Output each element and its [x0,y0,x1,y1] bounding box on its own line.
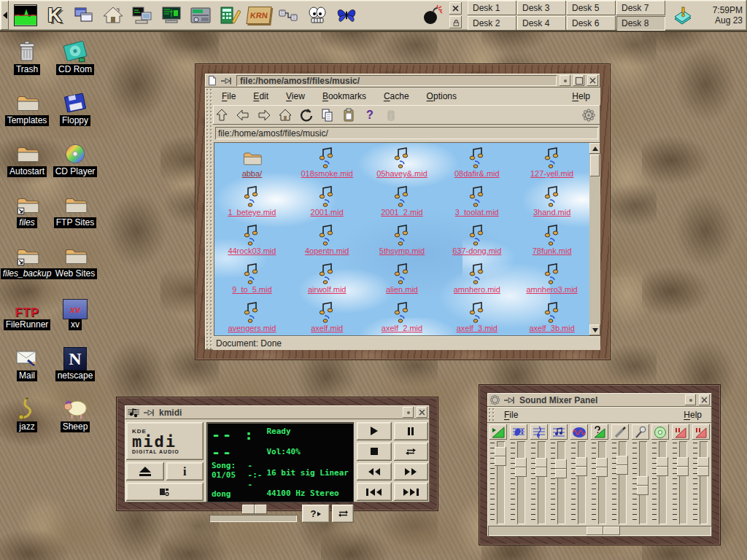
bass-slider[interactable] [510,441,527,524]
line-slider-handle[interactable] [616,456,628,475]
bass-channel-icon[interactable] [510,424,527,440]
desktop-icon-netscape[interactable]: Nnetscape [51,343,99,394]
file-item[interactable]: 4opentn.mid [290,223,365,262]
bass-slider-handle[interactable] [515,458,527,477]
sticky-pin-icon[interactable] [143,409,156,416]
desktop-icon-files[interactable]: files [3,190,51,241]
synth-slider[interactable] [550,441,568,524]
file-item[interactable]: 08dafir&.mid [439,146,514,184]
minimize-button[interactable] [403,407,414,418]
mixer-titlebar[interactable]: Sound Mixer Panel [487,393,712,407]
menu-help[interactable]: Help [572,91,590,101]
master-volume-slider[interactable] [489,441,507,524]
pager-desk-6[interactable]: Desk 6 [567,16,616,31]
channel-view-button[interactable] [332,505,354,523]
pcm-wave-channel-icon[interactable] [570,424,588,440]
krn-news-icon[interactable]: KRN [247,3,271,28]
menu-bookmarks[interactable]: Bookmarks [322,91,366,101]
file-item[interactable]: abba/ [214,146,290,184]
scrollbar-thumb[interactable] [590,155,600,176]
file-item[interactable]: axelf_3.mid [439,300,514,335]
desktop-icon-cd-player[interactable]: CD Player [51,139,99,190]
maximize-button[interactable] [573,75,584,86]
file-item[interactable]: amnhero.mid [439,262,514,300]
pager-desk-5[interactable]: Desk 5 [567,1,616,15]
kfm-titlebar[interactable]: file:/home/amosf/files/music/ [205,74,600,88]
menubar-grip[interactable] [488,408,495,421]
desktop-icon-web-sites[interactable]: Web Sites [51,241,99,292]
file-item[interactable]: airwolf.mid [290,262,365,300]
fast-forward-button[interactable] [394,463,429,481]
desktop-icon-autostart[interactable]: Autostart [3,139,51,190]
volume-slider[interactable] [206,505,300,523]
file-item[interactable]: 3_toolat.mid [439,184,514,223]
desktop-icon-sheep[interactable]: Sheep [51,394,99,445]
wav-query-button[interactable]: ? [302,505,330,523]
close-button[interactable] [699,394,710,405]
desktop-icon-ftp-sites[interactable]: FTP Sites [51,190,99,241]
pager-desk-7[interactable]: Desk 7 [616,1,665,15]
file-item[interactable]: 44rock03.mid [214,223,290,262]
cd-slider[interactable] [651,441,669,524]
file-item[interactable]: 5thsymp.mid [365,223,440,262]
next-track-button[interactable] [394,483,429,501]
circuit-monitor-icon[interactable] [159,3,184,28]
pager-desk-3[interactable]: Desk 3 [517,1,566,15]
file-item[interactable]: 2001.mid [290,184,365,223]
lock-icon[interactable] [449,16,462,28]
file-item[interactable]: axelf.mid [290,300,365,335]
desktop-icon-files-backup[interactable]: files_backup [3,241,51,292]
master-volume-slider-handle[interactable] [495,447,506,466]
location-input[interactable]: file:/home/amosf/files/music/ [215,127,598,139]
butterfly-icon[interactable] [334,3,359,28]
logout-icon[interactable] [449,2,462,15]
alt-1-slider-handle[interactable] [677,457,689,476]
close-button[interactable] [587,75,598,86]
cd-channel-icon[interactable] [651,424,669,440]
pager-desk-4[interactable]: Desk 4 [517,16,566,31]
file-item[interactable]: amnhero3.mid [514,262,589,300]
unknown-slider[interactable] [591,441,608,524]
pause-button[interactable] [394,422,429,440]
desktop-icon-mail[interactable]: Mail [3,343,51,394]
bomb-icon[interactable] [419,3,444,28]
panel-clock[interactable]: 7:59PM Aug 23 [697,5,743,26]
treble-slider[interactable] [530,441,548,524]
home-icon[interactable] [276,106,294,124]
file-item[interactable]: 2001_2.mid [365,184,440,223]
microphone-channel-icon[interactable] [632,424,649,440]
up-icon[interactable] [213,106,231,124]
desktop-icon-floppy[interactable]: Floppy [51,88,99,139]
alt-1-channel-icon[interactable] [672,424,689,440]
vertical-scrollbar[interactable] [589,143,600,335]
home-directory-icon[interactable] [101,3,125,28]
reload-icon[interactable] [298,106,315,124]
copy-icon[interactable] [319,106,336,124]
scroll-down-icon[interactable] [589,324,600,335]
eyes-icon[interactable] [305,3,330,28]
line-slider[interactable] [611,441,629,524]
forward-icon[interactable] [255,106,273,124]
alt-2-slider[interactable] [692,441,710,524]
window-list-icon[interactable] [71,3,96,28]
file-item[interactable]: 05havey&.mid [365,146,440,184]
alt-2-slider-handle[interactable] [697,457,709,476]
unknown-slider-handle[interactable] [596,458,608,477]
sticky-pin-icon[interactable] [503,397,516,404]
desktop-icon-cd-rom[interactable]: CD Rom [51,36,99,88]
editor-notes-icon[interactable] [217,3,242,28]
synth-channel-icon[interactable] [550,424,568,440]
cd-slider-handle[interactable] [657,457,668,476]
stop-icon[interactable] [382,106,400,124]
synth-slider-handle[interactable] [555,459,567,478]
pcm-wave-slider-handle[interactable] [576,457,587,476]
desktop-icon-templates[interactable]: Templates [3,88,51,139]
system-load-icon[interactable] [13,3,38,28]
eject-button[interactable] [126,462,164,481]
minimize-button[interactable] [560,75,570,86]
stop-button[interactable] [357,443,392,461]
connections-icon[interactable] [276,3,301,28]
alt-1-slider[interactable] [672,441,689,524]
pager-desk-2[interactable]: Desk 2 [468,16,516,31]
kmidi-titlebar[interactable]: kmidi [125,405,430,419]
